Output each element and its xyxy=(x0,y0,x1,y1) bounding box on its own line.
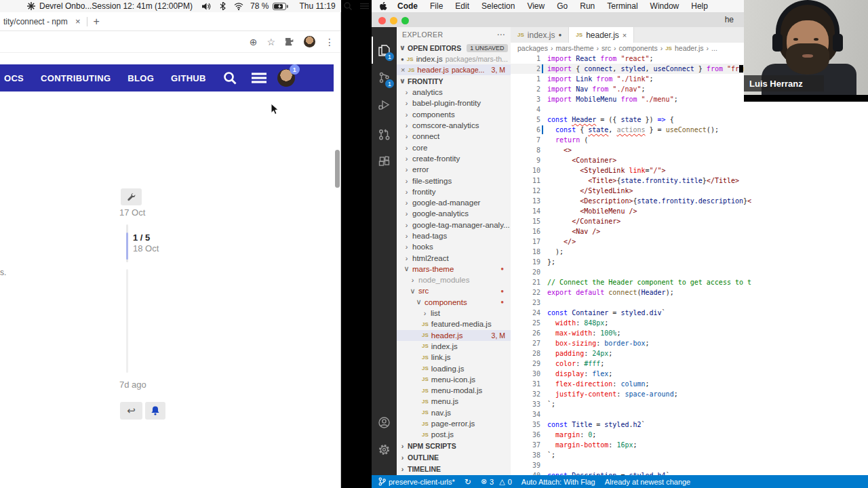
tree-folder-google-analytics[interactable]: ›google-analytics xyxy=(397,208,511,219)
tree-file-page-error-js[interactable]: JSpage-error.js xyxy=(397,418,511,429)
timeline-segment[interactable] xyxy=(126,232,128,260)
explorer-icon[interactable]: 1 xyxy=(372,37,397,64)
code-line[interactable]: 35const Title = styled.h2` xyxy=(511,420,868,430)
tree-folder-src[interactable]: ∨src● xyxy=(397,285,511,296)
auto-attach-indicator[interactable]: Auto Attach: With Flag xyxy=(521,478,595,486)
nav-blog[interactable]: BLOG xyxy=(127,73,154,83)
code-line[interactable]: 15 </Container> xyxy=(511,216,868,226)
tree-file-menu-js[interactable]: JSmenu.js xyxy=(397,396,511,407)
tree-file-featured-media-js[interactable]: JSfeatured-media.js xyxy=(397,319,511,329)
workspace-section-header[interactable]: ∨ FRONTITY xyxy=(397,75,511,87)
menu-file[interactable]: File xyxy=(430,1,443,11)
menu-view[interactable]: View xyxy=(527,1,545,11)
code-line[interactable]: 39 xyxy=(511,460,868,470)
nav-github[interactable]: GITHUB xyxy=(171,73,206,83)
browser-tab[interactable]: tity/connect - npm xyxy=(3,17,71,26)
run-debug-icon[interactable] xyxy=(372,91,397,118)
tree-folder-babel-plugin-frontity[interactable]: ›babel-plugin-frontity xyxy=(397,98,511,108)
tree-file-header-js[interactable]: JSheader.js3, M xyxy=(397,330,511,341)
menu-help[interactable]: Help xyxy=(691,1,708,11)
tab-index-js[interactable]: JS index.js ● xyxy=(511,27,569,43)
bluetooth-icon[interactable] xyxy=(220,2,226,10)
tree-folder-analytics[interactable]: ›analytics xyxy=(397,87,511,98)
admin-wrench-button[interactable] xyxy=(121,188,142,205)
code-line[interactable]: 36 margin: 0; xyxy=(511,430,868,440)
extensions-icon[interactable] xyxy=(372,148,397,175)
code-line[interactable]: 5const Header = ({ state }) => { xyxy=(511,115,868,125)
menu-selection[interactable]: Selection xyxy=(481,1,515,11)
notify-bell-button[interactable] xyxy=(145,402,165,420)
code-line[interactable]: 11 <Title>{state.frontity.title}</Title> xyxy=(511,176,868,186)
tree-folder-connect[interactable]: ›connect xyxy=(397,131,511,142)
share-target-icon[interactable]: ⊕ xyxy=(250,37,258,47)
account-icon[interactable] xyxy=(372,409,397,436)
code-line[interactable]: 32 justify-content: space-around; xyxy=(511,389,868,399)
volume-icon[interactable] xyxy=(202,3,212,10)
code-line[interactable]: 19}; xyxy=(511,257,868,267)
sync-icon[interactable]: ↻ xyxy=(465,477,471,487)
explorer-more-icon[interactable]: ⋯ xyxy=(497,30,505,39)
tree-file-nav-js[interactable]: JSnav.js xyxy=(397,407,511,418)
code-line[interactable]: 10 <StyledLink link="/"> xyxy=(511,165,868,176)
code-line[interactable]: 24const Container = styled.div` xyxy=(511,308,868,318)
code-line[interactable]: 13 <Description>{state.frontity.descript… xyxy=(511,196,868,206)
nav-docs[interactable]: OCS xyxy=(4,73,24,83)
code-line[interactable]: 27 box-sizing: border-box; xyxy=(511,338,868,348)
tree-folder-mars-theme[interactable]: ∨mars-theme● xyxy=(397,264,511,274)
tree-folder-node-modules[interactable]: ›node_modules xyxy=(397,274,511,285)
code-line[interactable]: 4 xyxy=(511,104,868,115)
settings-gear-icon[interactable] xyxy=(372,436,397,463)
close-traffic-light[interactable] xyxy=(378,17,386,24)
timeline-status-message[interactable]: Already at newest change xyxy=(605,478,691,486)
extension-puzzle-icon[interactable] xyxy=(285,37,294,47)
code-line[interactable]: 26 max-width: 100%; xyxy=(511,328,868,338)
open-editors-header[interactable]: ∨ OPEN EDITORS 1 UNSAVED xyxy=(397,42,511,54)
section-npm-scripts[interactable]: ›NPM SCRIPTS xyxy=(397,441,511,452)
menu-terminal[interactable]: Terminal xyxy=(607,1,637,11)
menu-run[interactable]: Run xyxy=(580,1,595,11)
site-hamburger-icon[interactable] xyxy=(252,73,267,83)
bookmark-star-icon[interactable]: ☆ xyxy=(267,37,275,47)
code-line[interactable]: 12 </StyledLink> xyxy=(511,186,868,196)
code-line[interactable]: 38`; xyxy=(511,450,868,460)
tree-folder-error[interactable]: ›error xyxy=(397,164,511,175)
code-line[interactable]: 37 margin-bottom: 16px; xyxy=(511,440,868,450)
tree-folder-list[interactable]: ›list xyxy=(397,308,511,319)
tree-folder-core[interactable]: ›core xyxy=(397,142,511,152)
browser-menu-icon[interactable]: ⋮ xyxy=(325,37,334,47)
code-line[interactable]: 7 return ( xyxy=(511,135,868,145)
menubar-clock[interactable]: Thu 11:19 xyxy=(299,1,335,11)
problems-indicator[interactable]: ⊗ 3 △ 0 xyxy=(481,477,512,486)
timeline-track-lower[interactable] xyxy=(126,269,128,373)
code-lines[interactable]: 1import React from "react";2import { con… xyxy=(511,54,868,476)
session-title[interactable]: Devrel Onbo...Session 12: 41m (12:00PM) xyxy=(39,1,193,11)
github-pr-icon[interactable] xyxy=(372,121,397,148)
breadcrumb-item[interactable]: packages xyxy=(517,44,548,52)
branch-indicator[interactable]: preserve-client-urls* xyxy=(378,477,455,486)
menu-edit[interactable]: Edit xyxy=(455,1,469,11)
breadcrumb-item[interactable]: components xyxy=(618,44,657,52)
browser-avatar[interactable] xyxy=(304,36,315,47)
code-line[interactable]: 20 xyxy=(511,267,868,277)
section-outline[interactable]: ›OUTLINE xyxy=(397,452,511,464)
source-control-icon[interactable]: 1 xyxy=(372,64,397,91)
nav-contributing[interactable]: CONTRIBUTING xyxy=(41,73,111,83)
tree-file-menu-modal-js[interactable]: JSmenu-modal.js xyxy=(397,385,511,396)
code-line[interactable]: 9 <Container> xyxy=(511,155,868,165)
code-line[interactable]: 33`; xyxy=(511,399,868,409)
code-line[interactable]: 16 <Nav /> xyxy=(511,226,868,237)
tree-folder-google-ad-manager[interactable]: ›google-ad-manager xyxy=(397,197,511,208)
tree-folder-google-tag-manager-analy-[interactable]: ›google-tag-manager-analy... xyxy=(397,220,511,230)
menu-code[interactable]: Code xyxy=(397,1,418,11)
close-icon[interactable]: × xyxy=(623,31,627,39)
tree-folder-frontity[interactable]: ›frontity xyxy=(397,186,511,197)
section-timeline[interactable]: ›TIMELINE xyxy=(397,464,511,475)
tree-folder-head-tags[interactable]: ›head-tags xyxy=(397,230,511,241)
apple-icon[interactable] xyxy=(380,2,387,11)
control-center-icon[interactable] xyxy=(360,3,369,9)
code-line[interactable]: 18 ); xyxy=(511,247,868,257)
tree-file-loading-js[interactable]: JSloading.js xyxy=(397,363,511,373)
spotlight-icon[interactable] xyxy=(344,2,352,10)
site-avatar[interactable]: 1 xyxy=(277,69,295,87)
tree-folder-create-frontity[interactable]: ›create-frontity xyxy=(397,153,511,164)
